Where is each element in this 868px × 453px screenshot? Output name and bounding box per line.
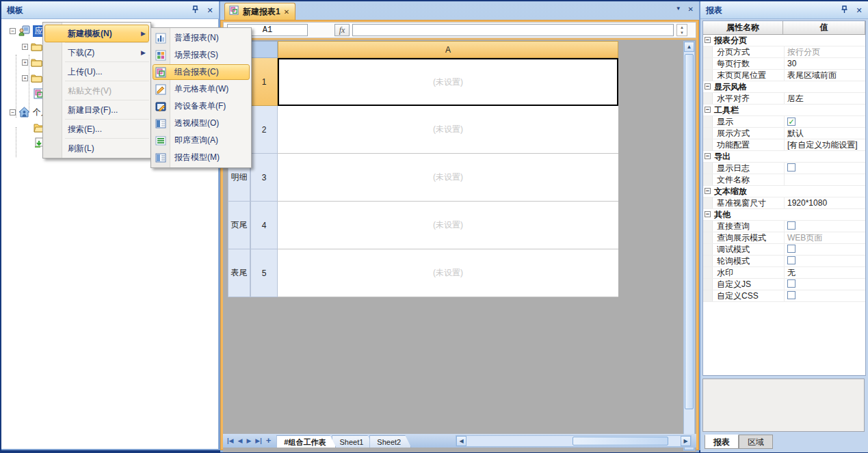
- menu-item-download[interactable]: 下载(Z) ▶: [43, 43, 150, 62]
- property-row[interactable]: 直接查询: [703, 221, 865, 232]
- sheet-tab-combo-worksheet[interactable]: #组合工作表: [276, 435, 336, 448]
- grid-cell-a3[interactable]: (未设置): [278, 154, 618, 202]
- property-group[interactable]: −显示风格: [703, 81, 865, 93]
- row-header-5[interactable]: 5: [250, 249, 278, 297]
- property-row[interactable]: 查询展示模式WEB页面: [703, 232, 865, 244]
- horizontal-scroll-thumb[interactable]: [573, 437, 668, 445]
- menu-item-refresh[interactable]: 刷新(L): [43, 139, 150, 158]
- property-group[interactable]: −导出: [703, 151, 865, 163]
- tab-list-dropdown-icon[interactable]: ▼: [676, 5, 681, 13]
- sheet-tab-sheet2[interactable]: Sheet2: [369, 435, 411, 448]
- checkbox-unchecked[interactable]: [787, 256, 795, 264]
- row-header-3[interactable]: 3: [250, 154, 278, 202]
- property-row[interactable]: 展示方式默认: [703, 128, 865, 139]
- grid-cell-a5[interactable]: (未设置): [278, 249, 618, 297]
- property-group[interactable]: −文本缩放: [703, 186, 865, 197]
- template-panel-title: 模板 ✕: [1, 1, 219, 19]
- tab-report[interactable]: 报表: [705, 435, 739, 449]
- menu-item-search[interactable]: 搜索(E)...: [43, 120, 150, 139]
- submenu-item-normal-report[interactable]: 普通报表(N): [151, 29, 251, 46]
- tab-region[interactable]: 区域: [739, 435, 773, 449]
- checkbox-unchecked[interactable]: [787, 221, 795, 230]
- property-row[interactable]: 功能配置[有自定义功能设置]: [703, 139, 865, 151]
- property-row[interactable]: 水印无: [703, 267, 865, 279]
- row-header-4[interactable]: 4: [250, 202, 278, 249]
- row-header-1[interactable]: 1: [250, 58, 278, 106]
- submenu-item-cross-device-form[interactable]: 跨设备表单(F): [151, 98, 251, 115]
- property-row[interactable]: 水平对齐居左: [703, 93, 865, 105]
- submenu-item-scene-report[interactable]: 场景报表(S): [151, 46, 251, 64]
- last-sheet-icon[interactable]: ▶|: [255, 437, 261, 444]
- property-row[interactable]: 显示✓: [703, 116, 865, 128]
- checkbox-checked[interactable]: ✓: [787, 118, 795, 126]
- home-icon: [18, 107, 30, 118]
- expand-expander-icon[interactable]: +: [22, 44, 28, 50]
- collapse-expander-icon[interactable]: −: [10, 28, 16, 34]
- pin-icon[interactable]: [839, 5, 849, 15]
- scroll-left-icon[interactable]: ◀: [456, 436, 466, 446]
- submenu-item-combo-report[interactable]: 组合报表(C): [151, 64, 251, 81]
- property-row[interactable]: 分页方式按行分页: [703, 46, 865, 58]
- tree-node-folder[interactable]: +: [22, 56, 42, 68]
- pin-icon[interactable]: [190, 5, 200, 15]
- first-sheet-icon[interactable]: |◀: [227, 437, 233, 444]
- template-panel-title-label: 模板: [7, 5, 23, 15]
- tree-node-folder[interactable]: +: [22, 72, 42, 84]
- grid-cell-a1[interactable]: (未设置): [278, 58, 618, 106]
- menu-item-new-directory[interactable]: 新建目录(F)...: [43, 100, 150, 120]
- checkbox-unchecked[interactable]: [787, 279, 795, 288]
- submenu-item-cell-form[interactable]: 单元格表单(W): [151, 81, 251, 98]
- property-group[interactable]: −工具栏: [703, 105, 865, 116]
- grid-cell-a2[interactable]: (未设置): [278, 106, 618, 154]
- checkbox-unchecked[interactable]: [787, 291, 795, 299]
- property-group[interactable]: −其他: [703, 209, 865, 221]
- submenu-item-adhoc-query[interactable]: 即席查询(A): [151, 132, 251, 149]
- submenu-item-report-model[interactable]: 报告模型(M): [151, 149, 251, 166]
- scroll-right-icon[interactable]: ▶: [681, 436, 691, 446]
- grid-cell-a4[interactable]: (未设置): [278, 202, 618, 249]
- property-row[interactable]: 每页行数30: [703, 58, 865, 70]
- app-space-icon: [18, 25, 30, 36]
- expand-expander-icon[interactable]: +: [22, 75, 28, 81]
- close-icon[interactable]: ✕: [854, 5, 864, 15]
- tab-close-icon[interactable]: ✕: [284, 8, 289, 16]
- pivot-model-icon: [155, 118, 166, 129]
- submenu-item-pivot-model[interactable]: 透视模型(O): [151, 115, 251, 132]
- property-row[interactable]: 调试模式: [703, 244, 865, 256]
- column-header-a[interactable]: A: [278, 41, 618, 58]
- property-row[interactable]: 轮询模式: [703, 256, 865, 267]
- scroll-up-icon[interactable]: ▲: [684, 42, 694, 52]
- sheet-tab-sheet1[interactable]: Sheet1: [332, 435, 373, 448]
- property-group[interactable]: −报表分页: [703, 35, 865, 46]
- expand-expander-icon[interactable]: +: [22, 59, 28, 66]
- property-row[interactable]: 显示日志: [703, 163, 865, 174]
- property-row[interactable]: 自定义JS: [703, 279, 865, 290]
- vertical-scroll-thumb[interactable]: [685, 54, 694, 409]
- prev-sheet-icon[interactable]: ◀: [237, 437, 242, 444]
- checkbox-unchecked[interactable]: [787, 163, 795, 171]
- submenu-arrow-icon: ▶: [141, 30, 146, 37]
- document-tab[interactable]: 新建报表1 ✕: [224, 3, 295, 20]
- property-row[interactable]: 文件名称: [703, 174, 865, 186]
- formula-input[interactable]: [352, 24, 674, 36]
- property-value-column-header: 值: [783, 21, 865, 34]
- horizontal-scrollbar[interactable]: ◀ ▶: [456, 435, 692, 447]
- menu-item-upload[interactable]: 上传(U)...: [43, 62, 150, 81]
- collapse-expander-icon[interactable]: −: [10, 109, 16, 115]
- next-sheet-icon[interactable]: ▶: [246, 437, 251, 444]
- property-row[interactable]: 自定义CSS: [703, 290, 865, 302]
- row-header-2[interactable]: 2: [250, 106, 278, 154]
- checkbox-unchecked[interactable]: [787, 245, 795, 253]
- add-sheet-icon[interactable]: +: [266, 435, 272, 445]
- tree-node-folder[interactable]: +: [22, 40, 42, 53]
- formula-bar-spinner[interactable]: ▲▼: [676, 24, 687, 36]
- close-icon[interactable]: ✕: [205, 5, 215, 15]
- property-row[interactable]: 基准视窗尺寸1920*1080: [703, 197, 865, 209]
- document-frame: A1 fx ▲▼ A 明细 页尾 表尾 1 2 3 4 5: [220, 20, 699, 450]
- property-row[interactable]: 末页页尾位置表尾区域前面: [703, 70, 865, 81]
- fx-button[interactable]: fx: [334, 24, 350, 36]
- tabstrip-close-icon[interactable]: ✕: [688, 5, 694, 13]
- document-tab-label: 新建报表1: [243, 6, 280, 18]
- menu-item-new-template[interactable]: 新建模板(N) ▶: [43, 24, 150, 43]
- vertical-scrollbar[interactable]: ▲ ▼: [683, 41, 695, 451]
